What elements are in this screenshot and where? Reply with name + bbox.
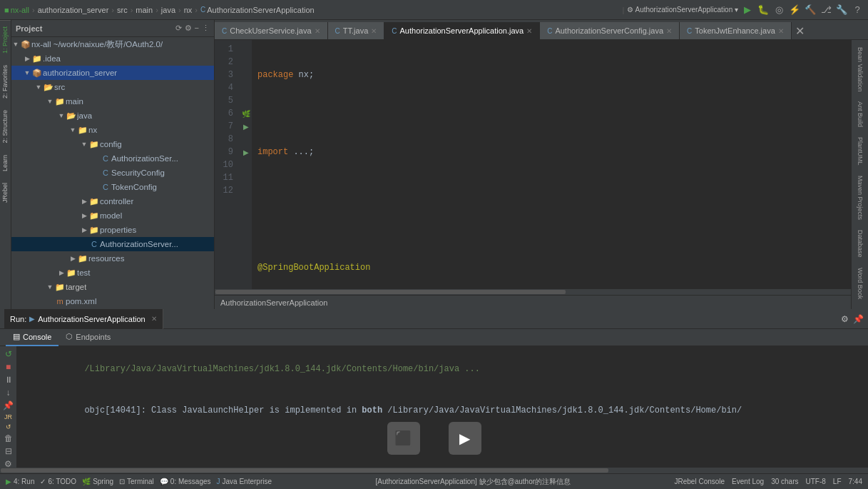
right-tab-word-book[interactable]: Word Book (855, 263, 865, 303)
expand-arrow-src[interactable]: ▼ (34, 84, 43, 91)
scrollbar-thumb[interactable] (215, 290, 566, 294)
run-line-icon-7[interactable]: ▶ (243, 123, 249, 131)
sub-tab-console[interactable]: ▤ Console (6, 329, 58, 346)
jrebel-reload-icon[interactable]: ↺ (1, 423, 16, 430)
expand-arrow-properties[interactable]: ▶ (80, 226, 88, 233)
expand-arrow-model[interactable]: ▶ (80, 212, 88, 219)
help-button[interactable]: ? (851, 4, 864, 16)
event-log-label[interactable]: Event Log (732, 478, 764, 485)
tree-item-tokenconfig[interactable]: ▶ C TokenConfig (11, 180, 214, 194)
tree-item-src[interactable]: ▼ 📂 src (11, 80, 214, 94)
settings-icon[interactable]: ⚙ (185, 24, 192, 33)
clear-icon[interactable]: 🗑 (1, 433, 16, 443)
sidebar-tab-jrebel[interactable]: JRebel (0, 177, 11, 208)
jrebel-console-label[interactable]: JRebel Console (675, 478, 725, 485)
breadcrumb-app[interactable]: AuthorizationServerApplication (207, 6, 314, 14)
tree-item-resources[interactable]: ▶ 📁 resources (11, 251, 214, 266)
tree-item-authserver-main[interactable]: ▶ C AuthorizationServer... (11, 237, 214, 251)
status-messages[interactable]: 💬 0: Messages (160, 478, 211, 485)
settings-console-icon[interactable]: ⚙ (1, 459, 16, 468)
tab-checkuserservice[interactable]: C CheckUserService.java ✕ (215, 22, 328, 39)
run-config-dropdown[interactable]: ⚙ AuthorizationServerApplication ▾ (627, 6, 738, 14)
tree-item-main[interactable]: ▼ 📁 main (11, 94, 214, 109)
gear-icon[interactable]: ⋮ (202, 24, 210, 33)
coverage-button[interactable]: ◎ (772, 4, 785, 16)
breadcrumb-src[interactable]: src (117, 6, 128, 14)
tab-authserverapplication[interactable]: C AuthorizationServerApplication.java ✕ (384, 22, 540, 39)
expand-arrow-config[interactable]: ▼ (80, 141, 88, 148)
status-terminal[interactable]: ⊡ Terminal (119, 478, 154, 485)
pin-bottom-icon[interactable]: 📌 (1, 400, 16, 410)
expand-arrow-target[interactable]: ▼ (46, 283, 54, 291)
breadcrumb-main[interactable]: main (136, 6, 153, 14)
sync-icon[interactable]: ⟳ (175, 24, 182, 33)
expand-arrow-java[interactable]: ▼ (57, 112, 66, 119)
code-lines[interactable]: package nx; import ...; @SpringBootAppli… (252, 40, 851, 289)
tree-item-controller[interactable]: ▶ 📁 controller (11, 194, 214, 208)
screenshot-button[interactable]: ⬛ (387, 422, 420, 455)
tree-item-model[interactable]: ▶ 📁 model (11, 208, 214, 223)
right-tab-ant-build[interactable]: Ant Build (855, 97, 865, 131)
sidebar-tab-favorites[interactable]: 2: Favorites (0, 59, 11, 104)
tab-close-authserverapplication[interactable]: ✕ (526, 27, 532, 35)
expand-arrow-resources[interactable]: ▶ (68, 255, 77, 262)
pin-icon[interactable]: 📌 (853, 314, 864, 324)
tree-item-properties[interactable]: ▶ 📁 properties (11, 223, 214, 237)
encoding-label[interactable]: UTF-8 (806, 478, 826, 485)
stop-icon[interactable]: ■ (1, 362, 16, 372)
expand-arrow-auth-server[interactable]: ▼ (23, 69, 31, 76)
tree-item-auth-server[interactable]: ▼ 📦 authorization_server (11, 66, 214, 80)
scroll-end-icon[interactable]: ↓ (1, 388, 16, 398)
build-button[interactable]: 🔨 (804, 4, 817, 16)
tree-item-test[interactable]: ▶ 📁 test (11, 266, 214, 280)
sidebar-tab-structure[interactable]: 2: Structure (0, 104, 11, 149)
tree-item-nx[interactable]: ▼ 📁 nx (11, 123, 214, 137)
status-java-enterprise[interactable]: J Java Enterprise (217, 478, 272, 485)
tab-tt[interactable]: C TT.java ✕ (328, 22, 385, 39)
expand-arrow-nx[interactable]: ▼ (68, 126, 77, 133)
run-tab-close[interactable]: ✕ (151, 315, 157, 323)
tree-item-securityconfig[interactable]: ▶ C SecurityConfig (11, 166, 214, 180)
vcs-button[interactable]: ⎇ (820, 4, 832, 16)
run-button[interactable]: ▶ (741, 4, 754, 16)
tools-button[interactable]: 🔧 (835, 4, 848, 16)
breadcrumb-nx[interactable]: nx (184, 6, 193, 14)
expand-arrow-main[interactable]: ▼ (46, 98, 54, 105)
sub-tab-endpoints[interactable]: ⬡ Endpoints (58, 329, 118, 346)
console-scrollbar-thumb[interactable] (1, 468, 608, 473)
console-horizontal-scrollbar[interactable] (0, 468, 868, 473)
breadcrumb-nx-all[interactable]: nx-all (11, 6, 29, 14)
run-line-icon-9[interactable]: ▶ (243, 148, 249, 156)
breadcrumb-java[interactable]: java (161, 6, 175, 14)
right-tab-bean-validation[interactable]: Bean Validation (855, 43, 865, 96)
close-all-tabs-button[interactable]: ✕ (792, 22, 809, 39)
tree-item-idea[interactable]: ▶ 📁 .idea (11, 51, 214, 66)
status-todo[interactable]: ✓ 6: TODO (40, 478, 76, 485)
filter-icon[interactable]: ⊟ (1, 446, 16, 456)
profile-button[interactable]: ⚡ (788, 4, 801, 16)
tab-close-authserverconfig[interactable]: ✕ (666, 27, 672, 35)
editor-horizontal-scrollbar[interactable] (215, 289, 851, 295)
play-overlay-button[interactable]: ▶ (449, 422, 481, 455)
expand-arrow-nx-all[interactable]: ▼ (11, 41, 20, 48)
tab-close-tt[interactable]: ✕ (371, 27, 377, 35)
right-tab-database[interactable]: Database (855, 226, 865, 262)
tree-item-target[interactable]: ▼ 📁 target (11, 280, 214, 294)
jrebel-icon[interactable]: JR (1, 413, 16, 420)
tab-close-tokenjwt[interactable]: ✕ (778, 27, 784, 35)
expand-arrow-test[interactable]: ▶ (57, 269, 66, 276)
sidebar-tab-learn[interactable]: Learn (0, 149, 11, 177)
settings-run-icon[interactable]: ⚙ (841, 314, 849, 324)
tree-item-pom[interactable]: ▶ m pom.xml (11, 294, 214, 308)
status-spring[interactable]: 🌿 Spring (82, 478, 113, 485)
tree-item-authorizationser[interactable]: ▶ C AuthorizationSer... (11, 151, 214, 166)
tab-close-checkuserservice[interactable]: ✕ (315, 27, 320, 35)
collapse-icon[interactable]: − (195, 24, 199, 33)
run-tab-label[interactable]: Run: ▶ AuthorizationServerApplication ✕ (4, 309, 163, 329)
tab-tokenjwt[interactable]: C TokenJwtEnhance.java ✕ (680, 22, 792, 39)
sidebar-tab-project[interactable]: 1: Project (0, 20, 11, 59)
tree-item-config[interactable]: ▼ 📁 config (11, 137, 214, 151)
right-tab-maven[interactable]: Maven Projects (855, 171, 865, 224)
lf-label[interactable]: LF (833, 478, 842, 485)
restart-icon[interactable]: ↺ (1, 349, 16, 359)
